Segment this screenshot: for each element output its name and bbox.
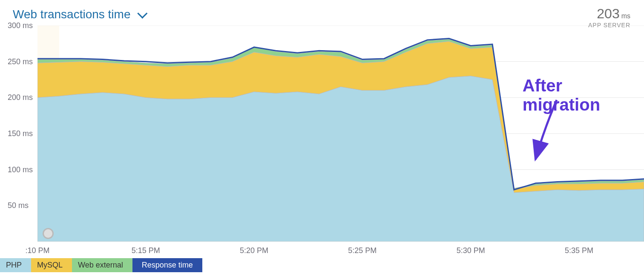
y-tick-50: 50 ms: [8, 201, 29, 210]
chart-svg: [37, 26, 644, 242]
y-tick-150: 150 ms: [8, 129, 33, 138]
chart-root: Web transactions time 203ms APP SERVER 3…: [0, 0, 644, 279]
x-tick-2: 5:20 PM: [240, 246, 268, 255]
plot-area: :10 PM 5:15 PM 5:20 PM 5:25 PM 5:30 PM 5…: [37, 26, 644, 242]
summary-unit: ms: [621, 12, 630, 20]
legend-item-web-external[interactable]: Web external: [72, 258, 132, 272]
y-tick-200: 200 ms: [8, 93, 33, 102]
summary-value: 203: [597, 6, 619, 21]
x-tick-0: :10 PM: [25, 246, 49, 255]
area-php: [37, 76, 644, 242]
y-tick-300: 300 ms: [8, 21, 33, 30]
y-tick-100: 100 ms: [8, 165, 33, 174]
x-tick-5: 5:35 PM: [565, 246, 593, 255]
x-tick-1: 5:15 PM: [132, 246, 160, 255]
chart-title: Web transactions time: [13, 8, 131, 21]
legend-item-response-time[interactable]: Response time: [132, 258, 202, 272]
marker-icon: [43, 228, 54, 239]
x-tick-4: 5:30 PM: [457, 246, 485, 255]
y-tick-250: 250 ms: [8, 57, 33, 66]
legend-item-php[interactable]: PHP: [0, 258, 31, 272]
chevron-down-icon: [137, 8, 147, 18]
chart-title-dropdown[interactable]: Web transactions time: [13, 8, 145, 21]
x-tick-3: 5:25 PM: [348, 246, 377, 255]
legend: PHP MySQL Web external Response time: [0, 258, 202, 272]
legend-item-mysql[interactable]: MySQL: [31, 258, 72, 272]
